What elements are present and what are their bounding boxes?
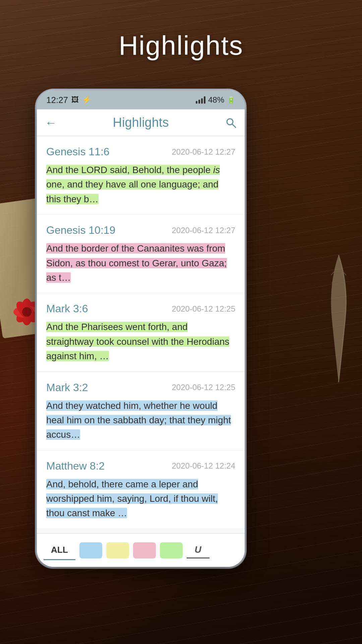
highlight-date: 2020-06-12 12:25 — [172, 383, 236, 392]
verse-reference: Mark 3:6 — [46, 303, 88, 315]
battery-icon: 🔋 — [227, 96, 235, 104]
status-bar: 12:27 🖼 ⚡ 48% 🔋 — [37, 91, 245, 109]
decorative-feather — [322, 252, 355, 386]
filter-all-button[interactable]: ALL — [44, 541, 75, 560]
highlight-item[interactable]: Genesis 10:19 2020-06-12 12:27 And the b… — [37, 215, 245, 293]
highlighted-text: And, behold, there came a leper and wors… — [46, 479, 218, 519]
highlight-date: 2020-06-12 12:25 — [172, 304, 236, 314]
verse-text: And they watched him, whether he would h… — [46, 398, 235, 442]
verse-reference: Matthew 8:2 — [46, 460, 105, 472]
header-title: Highlights — [62, 115, 220, 130]
svg-point-4 — [22, 307, 32, 317]
item-header: Matthew 8:2 2020-06-12 12:24 — [46, 460, 235, 472]
filter-yellow-button[interactable] — [106, 542, 129, 558]
signal-icon — [196, 96, 205, 104]
photo-icon: 🖼 — [71, 96, 79, 104]
item-header: Genesis 10:19 2020-06-12 12:27 — [46, 224, 235, 236]
verse-reference: Mark 3:2 — [46, 381, 88, 394]
verse-text: And, behold, there came a leper and wors… — [46, 477, 235, 521]
verse-reference: Genesis 11:6 — [46, 146, 110, 158]
item-header: Mark 3:2 2020-06-12 12:25 — [46, 381, 235, 394]
verse-text: And the LORD said, Behold, the people is… — [46, 163, 235, 206]
highlights-list[interactable]: Genesis 11:6 2020-06-12 12:27 And the LO… — [37, 136, 245, 533]
item-header: Genesis 11:6 2020-06-12 12:27 — [46, 146, 235, 158]
filter-pink-button[interactable] — [133, 542, 156, 558]
highlighted-text: And the Pharisees went forth, and straig… — [46, 322, 229, 361]
highlight-item[interactable]: Mark 3:2 2020-06-12 12:25 And they watch… — [37, 372, 245, 450]
back-button[interactable]: ← — [45, 116, 62, 130]
highlight-item[interactable]: Mark 3:6 2020-06-12 12:25 And the Pharis… — [37, 293, 245, 372]
highlight-date: 2020-06-12 12:27 — [172, 226, 236, 235]
filter-bar: ALL U — [37, 533, 245, 567]
phone-frame: 12:27 🖼 ⚡ 48% 🔋 ← Highlights — [37, 91, 245, 567]
verse-reference: Genesis 10:19 — [46, 224, 115, 236]
verse-text: And the border of the Canaanites was fro… — [46, 241, 235, 285]
svg-line-6 — [232, 124, 236, 127]
highlighted-text: And the border of the Canaanites was fro… — [46, 243, 227, 283]
highlight-item[interactable]: Genesis 11:6 2020-06-12 12:27 And the LO… — [37, 136, 245, 215]
app-header: ← Highlights — [37, 109, 245, 136]
page-title: Highlights — [0, 30, 362, 61]
item-header: Mark 3:6 2020-06-12 12:25 — [46, 303, 235, 315]
highlight-item[interactable]: Matthew 8:2 2020-06-12 12:24 And, behold… — [37, 450, 245, 529]
filter-blue-button[interactable] — [79, 542, 102, 558]
status-right: 48% 🔋 — [196, 95, 235, 105]
status-time: 12:27 — [46, 95, 68, 105]
highlighted-text: And they watched him, whether he would h… — [46, 400, 231, 440]
highlight-date: 2020-06-12 12:24 — [172, 461, 236, 471]
filter-underline-button[interactable]: U — [187, 542, 209, 558]
highlighted-text: And the LORD said, Behold, the people is… — [46, 165, 220, 204]
bluetooth-icon: ⚡ — [82, 96, 91, 104]
battery-level: 48% — [208, 95, 224, 105]
verse-text: And the Pharisees went forth, and straig… — [46, 320, 235, 363]
filter-green-button[interactable] — [160, 542, 183, 558]
highlight-date: 2020-06-12 12:27 — [172, 147, 236, 157]
status-left: 12:27 🖼 ⚡ — [46, 95, 91, 105]
search-button[interactable] — [220, 117, 237, 128]
